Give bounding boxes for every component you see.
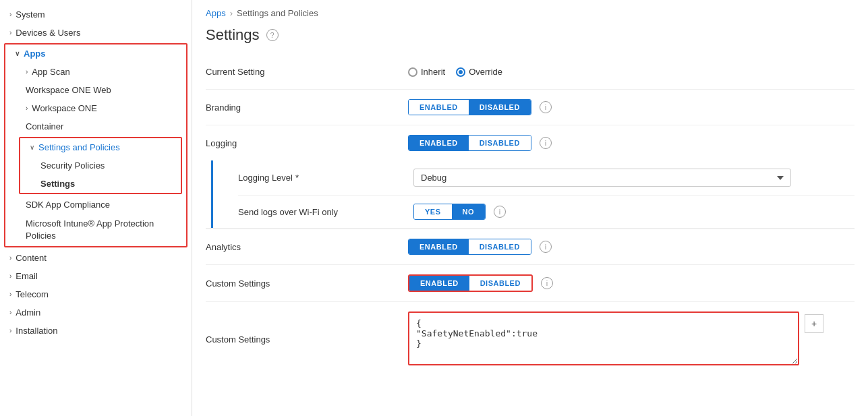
- chevron-icon: ›: [9, 327, 11, 334]
- sidebar-item-email[interactable]: › Email: [0, 267, 192, 285]
- sidebar-item-security-policies[interactable]: Security Policies: [20, 156, 181, 175]
- custom-settings-info-icon[interactable]: i: [541, 277, 553, 289]
- current-setting-row: Current Setting Inherit Override: [206, 55, 855, 90]
- logging-toggle-group: ENABLED DISABLED: [408, 135, 531, 151]
- sidebar-item-workspace-one[interactable]: › Workspace ONE: [5, 99, 186, 117]
- analytics-disabled-btn[interactable]: DISABLED: [469, 239, 531, 254]
- custom-settings-textarea-label: Custom Settings: [206, 334, 408, 345]
- expand-button[interactable]: +: [805, 314, 823, 333]
- logging-section: Logging ENABLED DISABLED i L: [206, 125, 855, 229]
- settings-form: Current Setting Inherit Override Bra: [192, 55, 868, 377]
- settings-policies-box: ∨ Settings and Policies Security Policie…: [19, 137, 182, 194]
- current-setting-label: Current Setting: [206, 67, 408, 77]
- sidebar-item-settings[interactable]: Settings: [20, 175, 181, 193]
- breadcrumb: Apps › Settings and Policies: [192, 0, 868, 24]
- apps-group-box: ∨ Apps › App Scan Workspace ONE Web › Wo…: [4, 43, 187, 247]
- send-logs-row: Send logs over Wi-Fi only YES NO i: [238, 196, 855, 228]
- sidebar-item-content[interactable]: › Content: [0, 249, 192, 267]
- send-logs-no-btn[interactable]: NO: [452, 204, 486, 219]
- logging-level-control: Debug Error Warning Info: [413, 169, 791, 187]
- chevron-icon: ›: [9, 272, 11, 280]
- branding-toggle-group: ENABLED DISABLED: [408, 99, 531, 115]
- branding-disabled-btn[interactable]: DISABLED: [469, 100, 531, 115]
- override-radio[interactable]: Override: [456, 67, 502, 77]
- sidebar-item-app-scan[interactable]: › App Scan: [5, 63, 186, 81]
- inherit-radio-circle: [408, 67, 417, 77]
- chevron-icon: ›: [9, 291, 11, 298]
- branding-info-icon[interactable]: i: [540, 101, 552, 113]
- logging-indent-bar: [211, 160, 238, 228]
- logging-control: ENABLED DISABLED i: [408, 135, 855, 151]
- sidebar-item-devices-users[interactable]: › Devices & Users: [0, 24, 192, 42]
- override-radio-circle: [456, 67, 465, 77]
- sidebar-item-admin[interactable]: › Admin: [0, 303, 192, 322]
- sidebar-item-workspace-one-web[interactable]: Workspace ONE Web: [5, 81, 186, 99]
- page-title-row: Settings ?: [192, 24, 868, 55]
- analytics-control: ENABLED DISABLED i: [408, 239, 855, 255]
- branding-row: Branding ENABLED DISABLED i: [206, 90, 855, 125]
- sidebar-item-telecom[interactable]: › Telecom: [0, 285, 192, 303]
- analytics-enabled-btn[interactable]: ENABLED: [409, 239, 469, 254]
- custom-settings-toggle-control: ENABLED DISABLED i: [408, 274, 855, 292]
- analytics-label: Analytics: [206, 242, 408, 252]
- sidebar-item-apps[interactable]: ∨ Apps: [5, 44, 186, 63]
- branding-label: Branding: [206, 102, 408, 113]
- logging-disabled-btn[interactable]: DISABLED: [469, 136, 531, 150]
- custom-settings-toggle-row: Custom Settings ENABLED DISABLED i: [206, 265, 855, 302]
- analytics-toggle-group: ENABLED DISABLED: [408, 239, 531, 255]
- main-content: Apps › Settings and Policies Settings ? …: [192, 0, 868, 416]
- sidebar-item-settings-policies[interactable]: ∨ Settings and Policies: [20, 138, 181, 156]
- sidebar-item-system[interactable]: › System: [0, 5, 192, 24]
- sidebar: › System › Devices & Users ∨ Apps › App …: [0, 0, 192, 416]
- sidebar-item-installation[interactable]: › Installation: [0, 322, 192, 340]
- sidebar-item-container[interactable]: Container: [5, 117, 186, 136]
- send-logs-label: Send logs over Wi-Fi only: [238, 207, 413, 217]
- breadcrumb-apps[interactable]: Apps: [206, 8, 226, 18]
- chevron-icon: ›: [9, 254, 11, 262]
- logging-subsection: Logging Level * Debug Error Warning Info: [206, 160, 855, 229]
- custom-settings-enabled-btn[interactable]: ENABLED: [409, 276, 469, 291]
- chevron-icon: ∨: [15, 50, 20, 57]
- custom-textarea-wrapper: { "SafetyNetEnabled":true } +: [408, 311, 799, 367]
- chevron-icon: ›: [9, 11, 11, 18]
- send-logs-info-icon[interactable]: i: [494, 206, 506, 218]
- custom-settings-textarea[interactable]: { "SafetyNetEnabled":true }: [408, 311, 799, 365]
- required-marker: *: [295, 173, 299, 183]
- chevron-icon: ∨: [30, 144, 34, 151]
- logging-level-label: Logging Level *: [238, 173, 413, 183]
- custom-settings-toggle-label: Custom Settings: [206, 278, 408, 289]
- logging-sub-content: Logging Level * Debug Error Warning Info: [238, 160, 855, 228]
- breadcrumb-separator: ›: [230, 8, 233, 18]
- custom-settings-toggle-group: ENABLED DISABLED: [408, 274, 533, 292]
- page-title: Settings: [206, 26, 260, 44]
- custom-settings-textarea-control: { "SafetyNetEnabled":true } +: [408, 311, 855, 367]
- logging-level-dropdown[interactable]: Debug Error Warning Info: [413, 169, 791, 187]
- chevron-icon: ›: [9, 309, 11, 316]
- send-logs-control: YES NO i: [413, 204, 855, 220]
- logging-enabled-btn[interactable]: ENABLED: [409, 136, 469, 150]
- logging-main-row: Logging ENABLED DISABLED i: [206, 125, 855, 160]
- chevron-icon: ›: [9, 29, 11, 36]
- chevron-icon: ›: [26, 68, 28, 76]
- current-setting-radio-group: Inherit Override: [408, 67, 502, 77]
- analytics-row: Analytics ENABLED DISABLED i: [206, 229, 855, 265]
- logging-info-icon[interactable]: i: [540, 137, 552, 149]
- branding-enabled-btn[interactable]: ENABLED: [409, 100, 469, 115]
- branding-control: ENABLED DISABLED i: [408, 99, 855, 115]
- send-logs-yes-btn[interactable]: YES: [414, 204, 452, 219]
- inherit-radio[interactable]: Inherit: [408, 67, 445, 77]
- send-logs-toggle-group: YES NO: [413, 204, 486, 220]
- logging-level-row: Logging Level * Debug Error Warning Info: [238, 160, 855, 196]
- sidebar-item-ms-intune[interactable]: Microsoft Intune® App Protection Policie…: [5, 214, 186, 246]
- sidebar-item-sdk-compliance[interactable]: SDK App Compliance: [5, 196, 186, 214]
- chevron-icon: ›: [26, 105, 28, 112]
- analytics-info-icon[interactable]: i: [540, 241, 552, 253]
- custom-settings-disabled-btn[interactable]: DISABLED: [469, 276, 531, 291]
- current-setting-control: Inherit Override: [408, 67, 855, 77]
- custom-settings-textarea-row: Custom Settings { "SafetyNetEnabled":tru…: [206, 302, 855, 377]
- logging-label: Logging: [206, 138, 408, 148]
- help-icon[interactable]: ?: [266, 29, 279, 41]
- breadcrumb-current: Settings and Policies: [237, 8, 318, 18]
